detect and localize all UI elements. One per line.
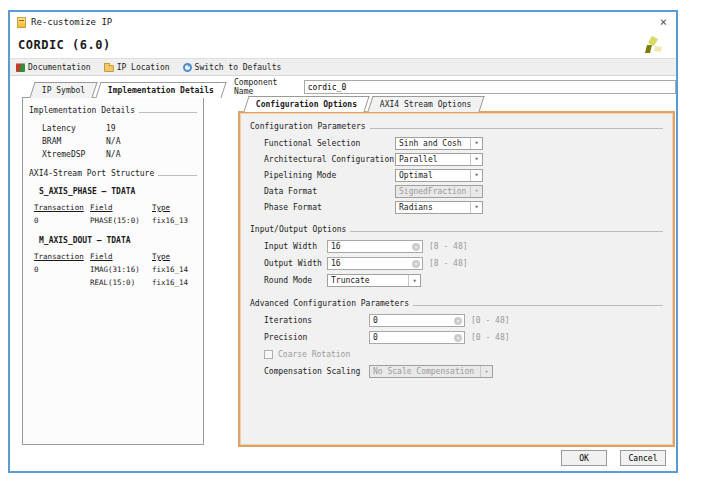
advanced-section-header: Advanced Configuration Parameters <box>250 299 663 308</box>
functional-selection-dropdown[interactable]: Sinh and Cosh ▾ <box>395 137 483 150</box>
tab-ip-symbol[interactable]: IP Symbol <box>29 82 98 98</box>
ok-button[interactable]: OK <box>561 450 607 466</box>
title-bar: Re-customize IP × <box>10 12 676 32</box>
pipelining-mode-row: Pipelining Mode Optimal ▾ <box>264 167 663 183</box>
data-format-dropdown: SignedFraction ▾ <box>395 185 483 198</box>
port-table-s-axis-phase: Transaction Field Type 0 PHASE(15:0) fix… <box>34 201 197 227</box>
folder-icon <box>104 65 114 72</box>
configuration-options-panel: Configuration Parameters Functional Sele… <box>238 111 675 447</box>
precision-field[interactable]: 0 × <box>369 331 465 344</box>
window-title: Re-customize IP <box>31 17 112 27</box>
app-icon <box>17 17 26 28</box>
toolbar: Documentation IP Location Switch to Defa… <box>10 58 676 76</box>
cancel-button[interactable]: Cancel <box>620 450 666 466</box>
phase-format-dropdown[interactable]: Radians ▾ <box>395 201 483 214</box>
io-options-section-header: Input/Output Options <box>250 225 663 234</box>
switch-to-defaults-label: Switch to Defaults <box>195 63 282 72</box>
output-width-field[interactable]: 16 × <box>327 257 423 270</box>
xilinx-logo-icon <box>642 33 664 57</box>
port-group-s-axis-phase: S_AXIS_PHASE — TDATA <box>39 187 197 196</box>
close-icon[interactable]: × <box>658 16 669 28</box>
input-width-field[interactable]: 16 × <box>327 240 423 253</box>
output-width-row: Output Width 16 × [8 - 48] <box>264 255 663 272</box>
component-name-row: Component Name <box>234 78 676 96</box>
page-title: CORDIC (6.0) <box>18 38 111 52</box>
clear-icon[interactable]: × <box>454 334 462 342</box>
coarse-rotation-label: Coarse Rotation <box>278 350 350 359</box>
iterations-field[interactable]: 0 × <box>369 314 465 327</box>
port-structure-section-header: AXI4-Stream Port Structure <box>29 169 197 178</box>
phase-format-row: Phase Format Radians ▾ <box>264 199 663 215</box>
chevron-down-icon: ▾ <box>470 170 482 181</box>
config-params-section-header: Configuration Parameters <box>250 122 663 131</box>
coarse-rotation-row: Coarse Rotation <box>264 346 663 363</box>
chevron-down-icon: ▾ <box>470 154 482 165</box>
chevron-down-icon: ▾ <box>470 138 482 149</box>
round-mode-row: Round Mode Truncate ▾ <box>264 272 663 289</box>
footer-buttons: OK Cancel <box>561 450 666 466</box>
switch-to-defaults-button[interactable]: Switch to Defaults <box>183 63 282 72</box>
input-width-row: Input Width 16 × [8 - 48] <box>264 238 663 255</box>
table-header-row: Transaction Field Type <box>34 201 197 214</box>
component-name-label: Component Name <box>234 78 300 96</box>
left-tab-bar: IP Symbol Implementation Details <box>32 82 227 98</box>
documentation-button[interactable]: Documentation <box>16 63 91 72</box>
recustomize-ip-dialog: Re-customize IP × CORDIC (6.0) Documenta… <box>8 10 678 473</box>
iterations-range: [0 - 48] <box>471 316 510 325</box>
impl-row-latency: Latency 19 <box>42 122 197 135</box>
input-width-range: [8 - 48] <box>429 242 468 251</box>
chevron-down-icon: ▾ <box>470 186 482 197</box>
implementation-details-panel: Implementation Details Latency 19 BRAM N… <box>22 97 204 445</box>
tab-implementation-details[interactable]: Implementation Details <box>96 82 227 98</box>
output-width-range: [8 - 48] <box>429 259 468 268</box>
precision-row: Precision 0 × [0 - 48] <box>264 329 663 346</box>
precision-range: [0 - 48] <box>471 333 510 342</box>
chevron-down-icon: ▾ <box>480 366 492 377</box>
clear-icon[interactable]: × <box>412 243 420 251</box>
pipelining-mode-dropdown[interactable]: Optimal ▾ <box>395 169 483 182</box>
table-row: 0 IMAG(31:16) fix16_14 <box>34 263 197 276</box>
ip-header: CORDIC (6.0) <box>10 32 676 58</box>
round-mode-dropdown[interactable]: Truncate ▾ <box>327 274 421 287</box>
data-format-row: Data Format SignedFraction ▾ <box>264 183 663 199</box>
compensation-scaling-dropdown: No Scale Compensation ▾ <box>369 365 493 378</box>
iterations-row: Iterations 0 × [0 - 48] <box>264 312 663 329</box>
architectural-configuration-row: Architectural Configuration Parallel ▾ <box>264 151 663 167</box>
refresh-icon <box>183 63 192 72</box>
documentation-label: Documentation <box>28 63 91 72</box>
chevron-down-icon: ▾ <box>408 275 420 286</box>
port-group-m-axis-dout: M_AXIS_DOUT — TDATA <box>39 236 197 245</box>
ip-location-label: IP Location <box>117 63 170 72</box>
architectural-configuration-dropdown[interactable]: Parallel ▾ <box>395 153 483 166</box>
table-row: REAL(15:0) fix16_14 <box>34 276 197 289</box>
clear-icon[interactable]: × <box>454 317 462 325</box>
ip-location-button[interactable]: IP Location <box>104 62 170 72</box>
compensation-scaling-row: Compensation Scaling No Scale Compensati… <box>264 363 663 380</box>
impl-section-header: Implementation Details <box>29 106 197 115</box>
book-icon <box>16 63 25 72</box>
port-table-m-axis-dout: Transaction Field Type 0 IMAG(31:16) fix… <box>34 250 197 289</box>
options-tab-bar: Configuration Options AXI4 Stream Option… <box>246 96 485 112</box>
chevron-down-icon: ▾ <box>470 202 482 213</box>
functional-selection-row: Functional Selection Sinh and Cosh ▾ <box>264 135 663 151</box>
tab-configuration-options[interactable]: Configuration Options <box>243 96 369 112</box>
tab-axi4-stream-options[interactable]: AXI4 Stream Options <box>368 96 485 112</box>
table-header-row: Transaction Field Type <box>34 250 197 263</box>
table-row: 0 PHASE(15:0) fix16_13 <box>34 214 197 227</box>
component-name-input[interactable] <box>304 80 676 94</box>
coarse-rotation-checkbox <box>264 350 273 359</box>
impl-row-xtremedsp: XtremeDSP N/A <box>42 148 197 161</box>
clear-icon[interactable]: × <box>412 260 420 268</box>
impl-row-bram: BRAM N/A <box>42 135 197 148</box>
